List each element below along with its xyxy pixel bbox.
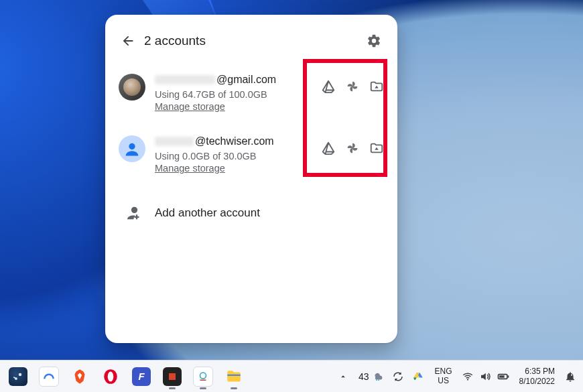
time-value: 6:35 PM [519, 367, 555, 377]
account-info: @gmail.com Using 64.7GB of 100.0GB Manag… [155, 72, 317, 113]
bell-snooze-icon: z [564, 371, 576, 383]
taskbar-app-pdf[interactable]: F [127, 363, 155, 390]
weather-widget[interactable]: 43 [359, 371, 384, 383]
notifications-button[interactable]: z [562, 371, 579, 383]
language-indicator[interactable]: ENG US [428, 367, 459, 386]
taskbar-app-opera[interactable] [96, 363, 125, 390]
panel-title: 2 accounts [144, 34, 364, 48]
redacted-name [155, 137, 194, 146]
folder-sync-button[interactable] [369, 79, 384, 94]
manage-storage-link[interactable]: Manage storage [155, 163, 225, 174]
svg-rect-10 [507, 375, 509, 377]
battery-icon [497, 370, 510, 383]
taskbar: F 43 [0, 360, 583, 392]
manage-storage-link[interactable]: Manage storage [155, 101, 225, 112]
taskbar-app-nordvpn[interactable] [35, 363, 63, 390]
system-tray[interactable] [459, 370, 513, 383]
temperature-value: 43 [359, 371, 369, 382]
svg-point-5 [200, 373, 206, 379]
back-button[interactable] [119, 31, 137, 50]
drive-icon [321, 79, 336, 94]
weather-rain-icon [372, 371, 384, 383]
drive-button[interactable] [321, 79, 336, 94]
sync-icon [392, 371, 404, 383]
google-drive-icon [412, 371, 424, 383]
add-account-label: Add another account [155, 206, 260, 220]
account-email: @gmail.com [155, 72, 317, 87]
email-domain: @gmail.com [216, 74, 276, 86]
panel-header: 2 accounts [119, 27, 384, 55]
taskbar-app-running-2[interactable] [189, 363, 217, 390]
tray-drive[interactable] [408, 371, 428, 383]
folder-sync-button[interactable] [369, 141, 384, 155]
drive-icon [321, 141, 336, 155]
letter-f-icon: F [138, 371, 144, 382]
wifi-icon [462, 371, 474, 383]
clock[interactable]: 6:35 PM 8/10/2022 [513, 367, 562, 387]
avatar [119, 135, 145, 162]
email-domain: @techwiser.com [195, 135, 274, 147]
arrow-left-icon [121, 34, 135, 48]
speaker-icon [479, 371, 491, 383]
photos-button[interactable] [345, 79, 360, 94]
account-info: @techwiser.com Using 0.0GB of 30.0GB Man… [155, 134, 317, 174]
opera-icon [102, 368, 119, 385]
folder-icon [225, 368, 243, 385]
settings-button[interactable] [364, 31, 384, 51]
svg-rect-11 [499, 375, 505, 377]
accounts-panel: 2 accounts @gmail.com Using 64.7GB of 10… [105, 15, 397, 343]
redacted-name [155, 75, 215, 84]
lang-primary: ENG [435, 367, 452, 377]
steam-icon [12, 371, 24, 383]
tray-overflow-button[interactable] [338, 372, 357, 381]
account-row[interactable]: @gmail.com Using 64.7GB of 100.0GB Manag… [119, 72, 384, 121]
taskbar-app-explorer[interactable] [220, 363, 248, 390]
chevron-up-icon [338, 372, 348, 381]
storage-usage: Using 0.0GB of 30.0GB [155, 151, 317, 161]
nord-arc-icon [42, 370, 56, 383]
svg-point-4 [108, 371, 114, 381]
pinwheel-icon [345, 79, 360, 94]
svg-point-8 [466, 379, 468, 380]
photos-button[interactable] [345, 141, 360, 155]
service-icons [321, 141, 384, 155]
avatar [119, 74, 145, 101]
account-email: @techwiser.com [155, 134, 317, 149]
svg-point-0 [129, 143, 135, 149]
date-value: 8/10/2022 [519, 377, 555, 387]
drive-button[interactable] [321, 141, 336, 155]
person-icon [123, 139, 141, 158]
folder-cloud-icon [369, 141, 384, 155]
brave-lion-icon [71, 368, 88, 385]
add-account-button[interactable]: Add another account [119, 200, 384, 226]
service-icons [321, 79, 384, 94]
circle-underline-icon [197, 371, 209, 383]
person-add-icon [123, 204, 141, 222]
taskbar-app-steam[interactable] [4, 363, 32, 390]
svg-text:z: z [571, 373, 573, 377]
taskbar-app-running-1[interactable] [158, 363, 186, 390]
folder-cloud-icon [369, 79, 384, 94]
taskbar-app-brave[interactable] [66, 363, 94, 390]
gear-icon [367, 34, 381, 48]
svg-rect-6 [200, 379, 206, 381]
svg-rect-7 [227, 374, 241, 375]
pinwheel-icon [345, 141, 360, 155]
lang-secondary: US [435, 377, 452, 386]
account-row[interactable]: @techwiser.com Using 0.0GB of 30.0GB Man… [119, 134, 384, 182]
tray-sync[interactable] [388, 371, 408, 383]
red-square-icon [169, 373, 176, 380]
svg-point-1 [19, 373, 22, 376]
storage-usage: Using 64.7GB of 100.0GB [155, 89, 317, 100]
